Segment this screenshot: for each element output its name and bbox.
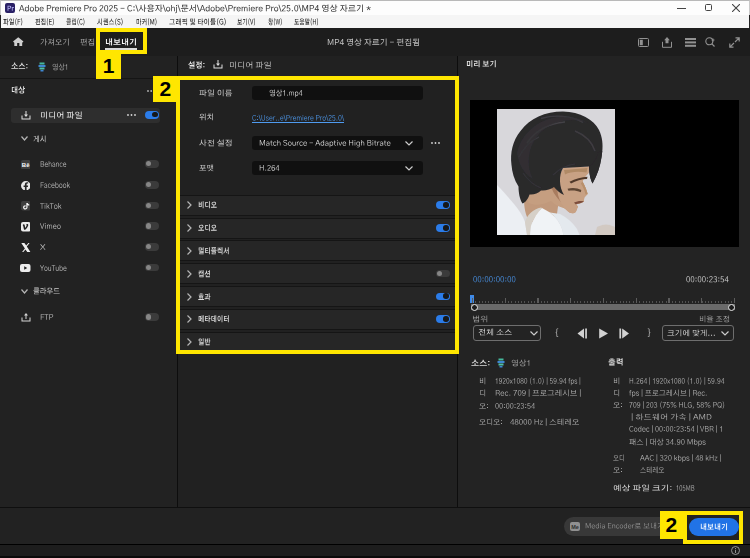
svg-text:Bē: Bē [21,162,29,168]
svg-text:Me: Me [571,523,579,529]
